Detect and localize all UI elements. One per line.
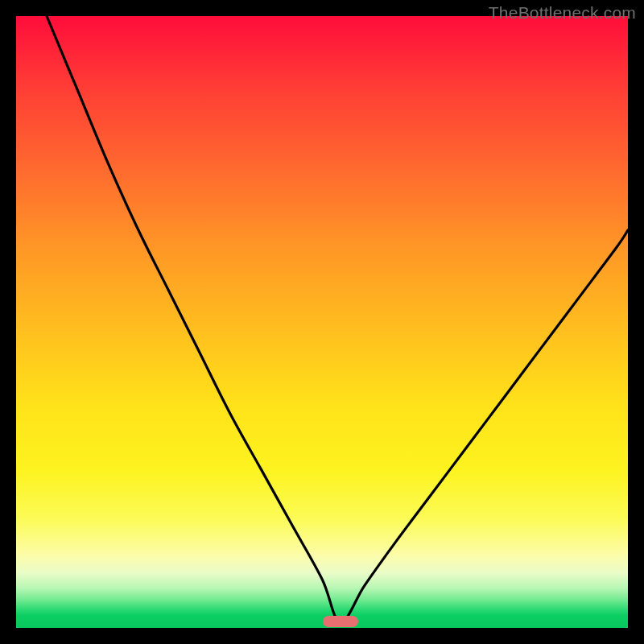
watermark-text: TheBottleneck.com bbox=[489, 3, 636, 23]
plot-area bbox=[16, 16, 628, 628]
chart-frame bbox=[16, 16, 628, 628]
gradient-background bbox=[16, 16, 628, 628]
minimum-marker bbox=[323, 616, 358, 627]
